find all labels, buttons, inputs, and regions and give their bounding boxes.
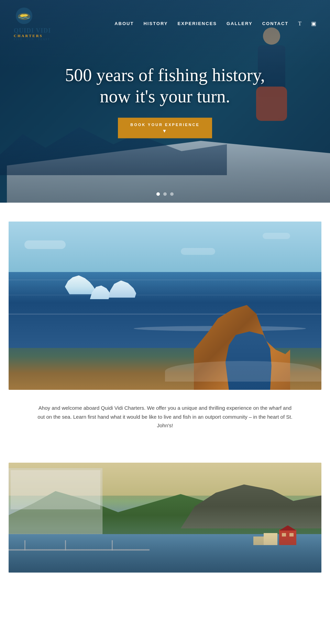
logo[interactable]: QUIDI VIDI CHARTERS FISH · FUN · FEAST: [14, 6, 51, 41]
main-nav: ABOUT HISTORY EXPERIENCES GALLERY CONTAC…: [114, 20, 316, 27]
site-header: QUIDI VIDI CHARTERS FISH · FUN · FEAST A…: [0, 0, 330, 47]
nav-twitter-icon[interactable]: T: [298, 21, 301, 27]
cloud-3: [263, 233, 290, 239]
description-section: Ahoy and welcome aboard Quidi Vidi Chart…: [0, 390, 330, 444]
cabin-window: [11, 470, 100, 509]
carousel-dot-2[interactable]: [163, 192, 167, 196]
book-experience-button[interactable]: BOOK YOUR EXPERIENCE ▼: [118, 117, 212, 138]
logo-name-line1: QUIDI VIDI: [14, 27, 51, 34]
coastal-image: [9, 222, 321, 390]
description-text: Ahoy and welcome aboard Quidi Vidi Chart…: [34, 404, 296, 430]
boat-scene-image: [9, 463, 321, 573]
carousel-dot-3[interactable]: [170, 192, 174, 196]
wave-line-2: [9, 295, 321, 295]
logo-icon: [14, 6, 34, 27]
boat-cabin: [9, 468, 102, 534]
cloud-1: [24, 240, 66, 249]
rock-splash: [165, 361, 321, 382]
nav-social-icon[interactable]: ▣: [311, 20, 316, 27]
hero-content: 500 years of fishing history, now it's y…: [58, 65, 272, 138]
carousel-dot-1[interactable]: [156, 192, 160, 196]
dock-foreground: [9, 529, 321, 573]
cta-label: BOOK YOUR EXPERIENCE: [130, 122, 200, 126]
hero-section: QUIDI VIDI CHARTERS FISH · FUN · FEAST A…: [0, 0, 330, 203]
cta-arrow-icon: ▼: [130, 128, 200, 133]
nav-about[interactable]: ABOUT: [114, 21, 134, 26]
section-gap-1: [0, 203, 330, 222]
hero-carousel-dots: [156, 192, 174, 196]
section-gap-2: [0, 444, 330, 463]
coastal-ocean: [9, 272, 321, 348]
logo-tagline: FISH · FUN · FEAST: [14, 38, 51, 41]
hero-title: 500 years of fishing history, now it's y…: [58, 65, 272, 108]
nav-gallery[interactable]: GALLERY: [227, 21, 253, 26]
nav-contact[interactable]: CONTACT: [262, 21, 289, 26]
nav-experiences[interactable]: EXPERIENCES: [178, 21, 217, 26]
wave-line-3: [9, 314, 321, 315]
wave-line-1: [9, 280, 321, 280]
nav-history[interactable]: HISTORY: [143, 21, 168, 26]
cloud-2: [181, 248, 215, 255]
logo-name-line2: CHARTERS: [14, 34, 51, 38]
